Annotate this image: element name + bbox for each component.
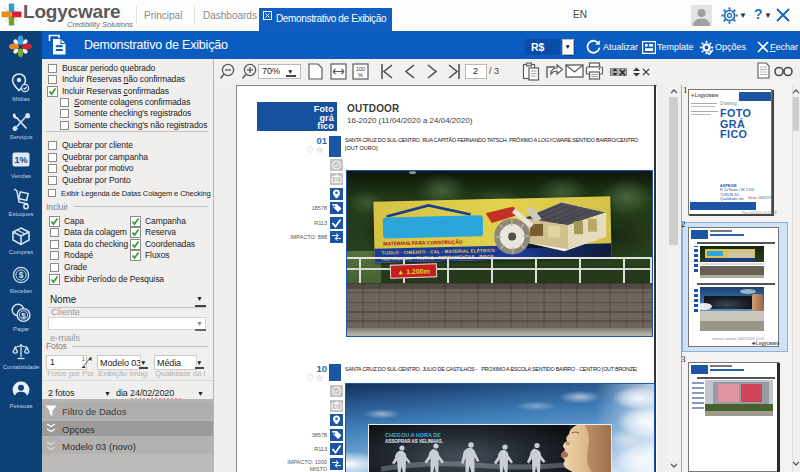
- svg-text:%: %: [358, 72, 363, 78]
- svg-text:1%: 1%: [14, 155, 27, 165]
- svg-text:$: $: [21, 311, 26, 320]
- svg-text:$: $: [19, 270, 24, 280]
- svg-text:1: 1: [82, 356, 85, 362]
